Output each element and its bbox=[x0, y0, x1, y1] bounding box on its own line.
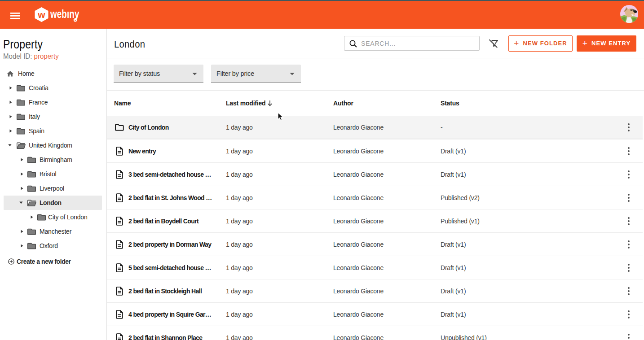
svg-text:w: w bbox=[37, 9, 45, 20]
